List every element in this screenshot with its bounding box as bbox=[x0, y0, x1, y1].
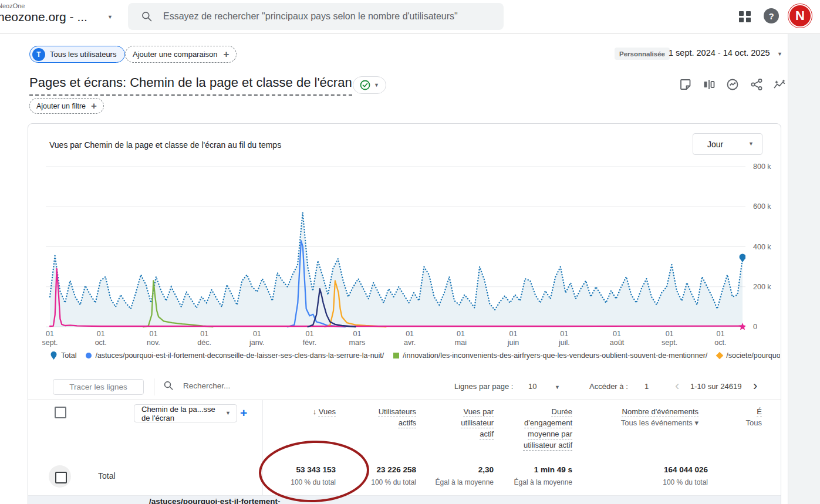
x-tick-label: 01janv. bbox=[238, 330, 276, 347]
chevron-down-icon: ▼ bbox=[374, 83, 379, 88]
add-comparison-label: Ajouter une comparaison bbox=[133, 50, 218, 59]
chevron-down-icon[interactable]: ▼ bbox=[107, 15, 113, 20]
y-tick-label: 200 k bbox=[753, 283, 771, 291]
metric-value: 1 min 49 s bbox=[443, 465, 572, 474]
rows-per-page-value[interactable]: 10 bbox=[528, 382, 536, 391]
x-tick-label: 01mai bbox=[442, 330, 480, 347]
chevron-right-icon[interactable]: › bbox=[753, 380, 757, 392]
chevron-down-icon[interactable]: ▼ bbox=[555, 385, 560, 390]
chevron-left-icon[interactable]: ‹ bbox=[675, 380, 679, 392]
total-metric-duree-engagement-moyenne: 1 min 49 sÉgal à la moyenne bbox=[443, 465, 572, 486]
legend-marker-diamond bbox=[716, 352, 724, 360]
date-range-selector[interactable]: 1 sept. 2024 - 14 oct. 2025 bbox=[669, 48, 770, 57]
share-icon[interactable] bbox=[750, 77, 764, 92]
y-tick-label: 800 k bbox=[753, 163, 771, 171]
plus-icon: + bbox=[224, 49, 230, 60]
x-tick-label: 01juin bbox=[495, 330, 532, 347]
total-row-label: Total bbox=[98, 471, 116, 481]
property-selector[interactable]: neozone.org - ... bbox=[0, 10, 87, 24]
timeseries-chart[interactable] bbox=[46, 158, 745, 330]
avatar[interactable]: N bbox=[788, 4, 812, 28]
date-range-type-badge: Personnalisée bbox=[615, 48, 670, 60]
compare-icon[interactable] bbox=[702, 77, 716, 92]
granularity-select[interactable]: Jour ▼ bbox=[693, 133, 762, 155]
topbar-divider bbox=[0, 33, 820, 34]
segment-chip-all-users[interactable]: T Tous les utilisateurs bbox=[29, 46, 125, 63]
column-header-label: moyenne par bbox=[528, 429, 572, 438]
y-tick-label: 400 k bbox=[753, 243, 771, 251]
report-validity-pill[interactable]: ▼ bbox=[353, 76, 386, 94]
x-tick-label: 01févr. bbox=[291, 330, 329, 347]
x-tick-label: 01sept. bbox=[651, 330, 689, 347]
x-tick-label: 01oct. bbox=[701, 330, 739, 347]
page-path-cell: /astuces/pourquoi-est-il-fortement- bbox=[149, 497, 281, 504]
insights-icon[interactable] bbox=[725, 77, 740, 92]
column-header-label: É bbox=[757, 407, 762, 416]
legend-marker-square bbox=[393, 353, 399, 358]
pagination-range: 1-10 sur 24619 bbox=[690, 382, 741, 391]
search-icon bbox=[163, 380, 174, 391]
legend-item[interactable]: /innovation/les-inconvenients-des-airfry… bbox=[393, 351, 707, 360]
legend-label: Total bbox=[61, 351, 76, 360]
legend-item[interactable]: /astuces/pourquoi-est-il-fortement-decon… bbox=[86, 351, 384, 360]
x-tick-label: 01juil. bbox=[545, 330, 583, 347]
help-icon[interactable]: ? bbox=[764, 8, 779, 23]
add-filter-button[interactable]: Ajouter un filtre + bbox=[29, 98, 104, 114]
legend-label: /societe/pourquoi-les- bbox=[726, 351, 780, 360]
table-search-bar[interactable] bbox=[163, 380, 360, 391]
chart-title: Vues par Chemin de la page et classe de … bbox=[49, 140, 281, 150]
goto-page-value[interactable]: 1 bbox=[644, 382, 649, 391]
toolbar-divider bbox=[154, 378, 154, 395]
toolbar-bottom-border bbox=[28, 400, 781, 400]
ga4-analytics-window: NeozOne neozone.org - ... ▼ ? N T Tous l… bbox=[0, 0, 820, 504]
check-circle-icon bbox=[360, 80, 370, 90]
search-icon bbox=[141, 11, 153, 22]
plus-icon: + bbox=[91, 100, 97, 112]
total-row-checkbox[interactable] bbox=[55, 472, 67, 483]
x-tick-label: 01août bbox=[598, 330, 636, 347]
legend-item[interactable]: Total bbox=[50, 351, 76, 360]
column-subheader: Tous bbox=[627, 417, 762, 428]
table-search-input[interactable] bbox=[182, 381, 360, 391]
plot-rows-button[interactable]: Tracer les lignes bbox=[53, 379, 144, 395]
x-tick-label: 01nov. bbox=[134, 330, 172, 347]
chevron-down-icon: ▼ bbox=[748, 141, 754, 147]
sparkline-insights-icon[interactable] bbox=[772, 77, 787, 92]
metric-value: 164 044 026 bbox=[579, 465, 708, 474]
select-all-checkbox[interactable] bbox=[55, 407, 66, 418]
x-tick-label: 01sept. bbox=[31, 330, 69, 347]
table-row[interactable] bbox=[28, 496, 781, 504]
granularity-value: Jour bbox=[707, 140, 723, 149]
column-header-evenements-cles[interactable]: ÉTous bbox=[627, 406, 762, 428]
total-metric-nombre-evenements: 164 044 026100 % du total bbox=[579, 465, 708, 486]
metric-subvalue: Égal à la moyenne bbox=[443, 478, 572, 486]
goto-page-label: Accéder à : bbox=[589, 382, 628, 391]
column-header-duree-engagement-moyenne[interactable]: Duréed'engagementmoyenne parutilisateur … bbox=[437, 406, 572, 451]
legend-label: /astuces/pourquoi-est-il-fortement-decon… bbox=[95, 351, 384, 360]
x-tick-label: 01déc. bbox=[185, 330, 223, 347]
search-input[interactable] bbox=[162, 11, 493, 22]
notes-icon[interactable] bbox=[679, 77, 693, 92]
legend-label: /innovation/les-inconvenients-des-airfry… bbox=[403, 351, 707, 360]
column-header-label: utilisateur actif bbox=[524, 441, 572, 449]
add-comparison-button[interactable]: Ajouter une comparaison + bbox=[125, 46, 237, 63]
global-search-bar[interactable] bbox=[128, 3, 504, 30]
legend-item[interactable]: /societe/pourquoi-les- bbox=[717, 351, 780, 360]
apps-grid-icon[interactable] bbox=[737, 9, 752, 26]
rows-per-page-label: Lignes par page : bbox=[454, 382, 513, 391]
chevron-down-icon[interactable]: ▼ bbox=[777, 52, 782, 57]
add-filter-label: Ajouter un filtre bbox=[36, 102, 86, 110]
segment-chip-label: Tous les utilisateurs bbox=[50, 50, 116, 59]
x-tick-label: 01avr. bbox=[391, 330, 428, 347]
y-tick-label: 600 k bbox=[753, 202, 771, 211]
x-tick-label: 01oct. bbox=[82, 330, 120, 347]
report-title[interactable]: Pages et écrans: Chemin de la page et cl… bbox=[29, 75, 352, 96]
y-tick-label: 0 bbox=[753, 323, 757, 331]
legend-marker-pin bbox=[50, 351, 58, 360]
x-tick-label: 01mars bbox=[338, 330, 376, 347]
account-name: NeozOne bbox=[0, 2, 25, 9]
metric-subvalue: 100 % du total bbox=[579, 478, 708, 486]
segment-initial-icon: T bbox=[32, 48, 45, 61]
chart-legend: Total/astuces/pourquoi-est-il-fortement-… bbox=[50, 350, 780, 361]
legend-marker-circle bbox=[86, 353, 92, 358]
